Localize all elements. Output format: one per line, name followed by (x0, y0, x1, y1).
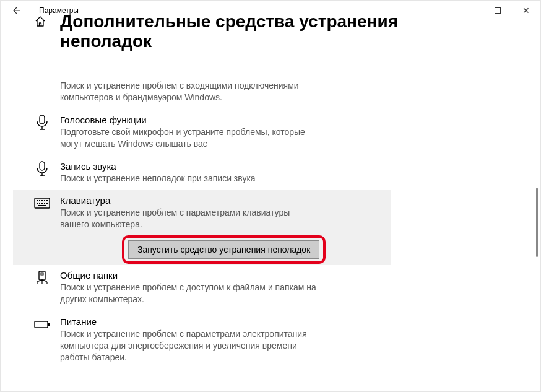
troubleshooter-label: Общие папки (60, 270, 344, 281)
troubleshooter-desc: Поиск и устранение проблем с параметрами… (60, 207, 320, 230)
svg-rect-5 (41, 200, 43, 201)
svg-rect-10 (41, 203, 43, 204)
svg-rect-4 (39, 200, 40, 201)
troubleshooter-desc: Поиск и устранение проблем с параметрами… (60, 328, 320, 364)
settings-window: Параметры ✕ Дополнительные средства устр… (0, 0, 541, 392)
troubleshooter-keyboard[interactable]: Клавиатура Поиск и устранение проблем с … (13, 190, 391, 265)
svg-rect-17 (48, 323, 50, 326)
minimize-button[interactable] (455, 1, 483, 20)
troubleshooter-list: Поиск и устранение проблем с входящими п… (13, 50, 528, 391)
microphone-icon (34, 161, 50, 177)
home-button[interactable] (34, 15, 48, 29)
troubleshooter-label: Клавиатура (60, 195, 344, 206)
svg-rect-1 (40, 162, 45, 170)
svg-rect-6 (44, 200, 45, 201)
troubleshooter-desc: Поиск и устранение неполадок при записи … (60, 173, 320, 185)
svg-rect-7 (46, 200, 48, 201)
svg-rect-15 (41, 273, 43, 275)
svg-rect-14 (39, 271, 45, 280)
svg-rect-12 (46, 203, 48, 204)
troubleshooter-label: Голосовые функции (60, 115, 344, 125)
troubleshooter-desc: Подготовьте свой микрофон и устраните пр… (60, 126, 320, 150)
troubleshooter-label: Питание (60, 316, 344, 327)
troubleshooter-voice[interactable]: Голосовые функции Подготовьте свой микро… (13, 110, 391, 156)
troubleshooter-power[interactable]: Питание Поиск и устранение проблем с пар… (13, 311, 391, 370)
svg-rect-3 (37, 200, 38, 201)
troubleshooter-shared-folders[interactable]: Общие папки Поиск и устранение проблем с… (13, 265, 391, 311)
window-controls: ✕ (455, 1, 540, 20)
svg-rect-8 (37, 203, 38, 204)
back-button[interactable] (7, 6, 25, 15)
troubleshooter-desc: Поиск и устранение проблем с доступом к … (60, 282, 320, 305)
arrow-left-icon (11, 6, 21, 15)
scrollbar-thumb[interactable] (536, 188, 538, 257)
troubleshooter-desc: Поиск и устранение проблем с входящими п… (60, 80, 320, 103)
close-button[interactable]: ✕ (512, 1, 540, 20)
svg-rect-9 (39, 203, 40, 204)
microphone-icon (34, 115, 50, 131)
keyboard-icon (34, 195, 50, 211)
troubleshooter-recording[interactable]: Запись звука Поиск и устранение неполадо… (13, 156, 391, 191)
page-title: Дополнительные средства устранения непол… (60, 12, 407, 51)
svg-rect-11 (44, 203, 45, 204)
home-icon (34, 15, 46, 28)
maximize-button[interactable] (483, 1, 512, 20)
svg-rect-0 (40, 115, 45, 124)
troubleshooter-incoming-connections[interactable]: Поиск и устранение проблем с входящими п… (13, 50, 391, 110)
shared-folder-icon (34, 270, 50, 286)
run-troubleshooter-button[interactable]: Запустить средство устранения неполадок (128, 240, 319, 259)
svg-rect-16 (35, 321, 48, 328)
battery-icon (34, 316, 50, 333)
troubleshooter-label: Запись звука (60, 161, 344, 172)
svg-rect-13 (38, 205, 46, 206)
